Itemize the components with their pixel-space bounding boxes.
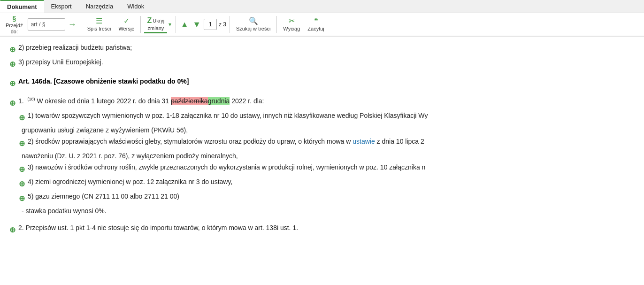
page-total-label: z 3 — [219, 21, 226, 28]
list-item: ⊕ 1) towarów spożywczych wymienionych w … — [9, 110, 630, 124]
spis-tresci-label: Spis treści — [87, 26, 111, 31]
ukryj-zmiany-row: Z Ukryj — [147, 16, 164, 25]
wersje-label: Wersje — [118, 26, 134, 31]
zacytuj-label: Zacytuj — [307, 26, 324, 31]
separator-3 — [176, 16, 176, 33]
menu-eksport[interactable]: Eksport — [44, 0, 79, 13]
item1-text: 1) towarów spożywczych wymienionych w po… — [28, 110, 428, 122]
para1-strikethrough: października — [171, 97, 208, 105]
bullet-plus-icon: ⊕ — [9, 43, 15, 56]
para1-line: ⊕ 1. (18) W okresie od dnia 1 lutego 202… — [9, 96, 630, 109]
stavka-text: - stawka podatku wynosi 0%. — [9, 206, 107, 217]
ukryj-zmiany-group: Z Ukryj zmiany ▾ — [144, 15, 172, 33]
item2-text: 2) środków poprawiających właściwości gl… — [28, 136, 424, 147]
para2-text: Przepisów ust. 1 pkt 1-4 nie stosuje się… — [26, 224, 298, 231]
list-item: ⊕ 5) gazu ziemnego (CN 2711 11 00 albo 2… — [9, 191, 630, 205]
menu-widok[interactable]: Widok — [120, 0, 151, 13]
przejdz-label-line2: do: — [11, 29, 18, 34]
szukaj-icon: 🔍 — [249, 17, 258, 25]
item3-text: 3) nawozów i środków ochrony roślin, zwy… — [28, 162, 425, 173]
spis-tresci-icon: ☰ — [96, 17, 102, 25]
przejdz-label-line1: Przejdź — [6, 23, 23, 28]
ukryj-zmiany-icon: Z — [147, 16, 152, 25]
spacer — [9, 91, 630, 96]
line1-text: 2) przebieg realizacji budżetu państwa; — [18, 42, 132, 54]
item5-text: 5) gazu ziemnego (CN 2711 11 00 albo 271… — [28, 191, 179, 202]
ukryj-label: Ukryj — [153, 18, 164, 23]
menu-bar: Dokument Eksport Narzędzia Widok — [0, 0, 644, 13]
wersje-icon: ✓ — [123, 17, 130, 25]
para2-content: 2. Przepisów ust. 1 pkt 1-4 nie stosuje … — [18, 223, 298, 234]
bullet-plus-icon: ⊕ — [19, 111, 25, 124]
bullet-plus-icon: ⊕ — [19, 163, 25, 176]
list-item: ⊕ 4) ziemi ogrodniczej wymienionej w poz… — [9, 177, 630, 190]
art-heading-line: ⊕ Art. 146da. [Czasowe obniżenie stawki … — [9, 76, 630, 90]
item2-link[interactable]: ustawie — [353, 138, 375, 145]
page-num-input[interactable] — [204, 19, 217, 30]
separator-1 — [81, 16, 81, 33]
item1-cont: grupowaniu usługi związane z wyżywieniem… — [9, 125, 630, 136]
item2-cont: nawożeniu (Dz. U. z 2021 r. poz. 76), z … — [9, 151, 630, 162]
menu-dokument[interactable]: Dokument — [0, 0, 44, 13]
spacer — [9, 218, 630, 223]
go-arrow-btn[interactable]: → — [67, 20, 77, 29]
item2-after: z dnia 10 lipca 2 — [375, 138, 424, 145]
toolbar: § Przejdź do: → ☰ Spis treści ✓ Wersje Z… — [0, 13, 644, 37]
para2-line: ⊕ 2. Przepisów ust. 1 pkt 1-4 nie stosuj… — [9, 223, 630, 236]
para1-num: 1. — [18, 97, 24, 105]
item4-text: 4) ziemi ogrodniczej wymienionej w poz. … — [28, 177, 232, 188]
wyciag-btn[interactable]: ✂ Wyciąg — [280, 16, 303, 32]
nav-down-btn[interactable]: ▼ — [192, 20, 202, 29]
para1-insert: grudnia — [208, 97, 230, 105]
bullet-plus-icon: ⊕ — [19, 137, 25, 150]
szukaj-btn[interactable]: 🔍 Szukaj w treści — [233, 16, 273, 32]
art-heading-text: Art. 146da. [Czasowe obniżenie stawki po… — [18, 76, 189, 87]
list-item: ⊕ 2) środków poprawiających właściwości … — [9, 136, 630, 150]
zmiany-label: zmiany — [147, 25, 164, 31]
item1-cont-text: grupowaniu usługi związane z wyżywieniem… — [22, 126, 188, 134]
list-item: ⊕ 3) przepisy Unii Europejskiej. — [9, 57, 630, 70]
separator-4 — [230, 16, 230, 33]
para2-num: 2. — [18, 224, 24, 231]
para1-text-after: 2022 r. dla: — [231, 97, 264, 105]
stavka-line: - stawka podatku wynosi 0%. — [9, 206, 630, 217]
zacytuj-icon: ❝ — [314, 17, 318, 25]
nav-up-btn[interactable]: ▲ — [179, 20, 190, 29]
para1-text-before: W okresie od dnia 1 lutego 2022 r. do dn… — [37, 97, 171, 105]
item2-before: 2) środków poprawiających właściwości gl… — [28, 138, 353, 145]
bullet-plus-icon: ⊕ — [19, 192, 25, 205]
bullet-plus-icon: ⊕ — [9, 97, 15, 109]
bullet-plus-icon: ⊕ — [9, 77, 15, 90]
item2-cont-text: nawożeniu (Dz. U. z 2021 r. poz. 76), z … — [22, 152, 238, 160]
szukaj-label: Szukaj w treści — [236, 26, 270, 31]
wyciag-icon: ✂ — [289, 17, 295, 25]
art-input[interactable] — [28, 18, 65, 31]
bullet-plus-icon: ⊕ — [19, 177, 25, 190]
paragraph-icon: § — [12, 15, 16, 22]
bullet-plus-icon: ⊕ — [9, 58, 15, 70]
list-item: ⊕ 2) przebieg realizacji budżetu państwa… — [9, 42, 630, 56]
ukryj-dropdown-btn[interactable]: ▾ — [168, 22, 172, 27]
bullet-plus-icon: ⊕ — [9, 223, 15, 236]
line2-text: 3) przepisy Unii Europejskiej. — [18, 57, 103, 68]
menu-narzedzia[interactable]: Narzędzia — [79, 0, 121, 13]
para1-content: 1. (18) W okresie od dnia 1 lutego 2022 … — [18, 96, 264, 107]
list-item: ⊕ 3) nawozów i środków ochrony roślin, z… — [9, 162, 630, 176]
para1-sup: (18) — [27, 97, 35, 101]
spis-tresci-btn[interactable]: ☰ Spis treści — [84, 16, 114, 32]
przejdz-btn[interactable]: § Przejdź do: — [3, 14, 26, 35]
wersje-btn[interactable]: ✓ Wersje — [115, 16, 137, 32]
separator-5 — [276, 16, 277, 33]
doc-content: ⊕ 2) przebieg realizacji budżetu państwa… — [0, 37, 644, 285]
wyciag-label: Wyciąg — [283, 26, 300, 31]
separator-2 — [140, 16, 141, 33]
zacytuj-btn[interactable]: ❝ Zacytuj — [305, 16, 327, 32]
page-counter: z 3 — [204, 19, 226, 30]
spacer — [9, 71, 630, 76]
ukryj-zmiany-btn[interactable]: Z Ukryj zmiany — [144, 15, 167, 33]
